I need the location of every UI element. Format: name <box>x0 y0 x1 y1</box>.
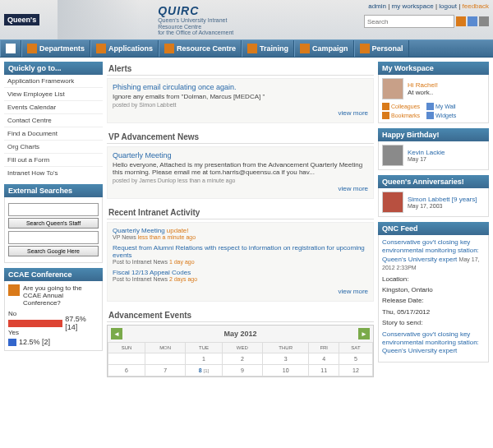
bookmarks-icon <box>382 112 389 119</box>
nav-campaign[interactable]: Campaign <box>294 40 354 57</box>
vpnews-box: Quarterly Meeting Hello everyone, Attach… <box>107 146 374 199</box>
home-icon <box>6 44 16 53</box>
anniversary-panel: Queen's Anniversaries! Simon Labbett [9 … <box>378 175 489 217</box>
alerts-view-more[interactable]: view more <box>113 108 368 118</box>
quick-links-panel: Quickly go to... Application Framework V… <box>4 62 103 179</box>
resource-icon <box>164 44 174 53</box>
anniversary-name[interactable]: Simon Labbett [9 years] <box>408 196 477 203</box>
nav-personal[interactable]: Personal <box>354 40 409 57</box>
alert-title[interactable]: Phishing email circulating once again. <box>113 83 368 91</box>
birthday-avatar[interactable] <box>382 145 403 166</box>
vpnews-title[interactable]: Quarterly Meeting <box>113 151 368 159</box>
main-nav: Departments Applications Resource Centre… <box>0 39 493 58</box>
bookmarks-link[interactable]: Bookmarks <box>382 112 420 119</box>
cal-cell[interactable]: 6 <box>108 365 145 376</box>
widgets-link[interactable]: Widgets <box>426 112 456 119</box>
google-search-input[interactable] <box>8 231 99 244</box>
vpnews-view-more[interactable]: view more <box>113 183 368 194</box>
header-bg-image <box>58 0 140 39</box>
cal-cell[interactable] <box>108 353 145 365</box>
ql-find-document[interactable]: Find a Document <box>4 127 103 141</box>
activity-link-2[interactable]: Request from Alumni Relations with respe… <box>113 244 368 259</box>
queens-logo[interactable]: Queen's <box>4 14 39 25</box>
calendar-grid: SUNMONTUEWEDTHURFRISAT 12345 678 [1]9101… <box>108 342 373 376</box>
cal-cell[interactable]: 9 <box>222 365 262 376</box>
alert-meta: posted by Simon Labbett <box>113 102 368 108</box>
activity-view-more[interactable]: view more <box>113 286 368 297</box>
ql-employee-list[interactable]: View Employee List <box>4 88 103 101</box>
poll-title: CCAE Conference <box>4 268 103 281</box>
site-title: QUIRC Queen's University Intranet Resour… <box>158 4 233 36</box>
ql-contact-centre[interactable]: Contact Centre <box>4 114 103 127</box>
poll-question: Are you going to the CCAE Annual Confere… <box>23 284 99 307</box>
cal-cell[interactable]: 3 <box>262 353 309 365</box>
ql-fill-form[interactable]: Fill out a Form <box>4 154 103 167</box>
activity-box: Quarterly Meeting update! VP News less t… <box>107 222 374 302</box>
birthday-name[interactable]: Kevin Lackie <box>408 149 445 156</box>
ql-org-charts[interactable]: Org Charts <box>4 141 103 154</box>
logout-link[interactable]: logout <box>439 2 457 10</box>
ql-events-calendar[interactable]: Events Calendar <box>4 101 103 114</box>
search-advanced-icon[interactable] <box>479 16 489 26</box>
anniversary-date: May 17, 2003 <box>408 203 477 209</box>
cal-cell[interactable]: 12 <box>339 365 372 376</box>
personal-icon <box>360 44 370 53</box>
qnc-link-2[interactable]: Conservative gov't closing key environme… <box>382 330 479 355</box>
user-avatar[interactable] <box>382 78 403 99</box>
admin-link[interactable]: admin <box>368 2 386 10</box>
cal-next[interactable]: ► <box>358 328 370 339</box>
cal-cell-today[interactable]: 8 [1] <box>186 365 223 376</box>
search-bar <box>364 15 489 28</box>
cal-prev[interactable]: ◄ <box>111 328 122 339</box>
greeting: Hi Rachel! <box>408 81 438 89</box>
search-people-icon[interactable] <box>468 16 477 26</box>
campaign-icon <box>300 44 310 53</box>
top-links: admin | my workspace | logout | feedback <box>368 2 489 10</box>
alerts-header: Alerts <box>107 62 374 76</box>
cal-cell[interactable]: 10 <box>262 365 309 376</box>
cal-cell[interactable]: 5 <box>339 353 372 365</box>
cal-cell[interactable]: 11 <box>309 365 339 376</box>
search-google-button[interactable]: Search Google Here <box>8 246 99 256</box>
ql-howtos[interactable]: Intranet How To's <box>4 167 103 179</box>
events-header: Advancement Events <box>107 308 374 322</box>
anniversary-avatar[interactable] <box>382 192 403 213</box>
activity-header: Recent Intranet Activity <box>107 206 374 219</box>
activity-link-1[interactable]: Quarterly Meeting <box>113 227 165 234</box>
poll-panel: CCAE Conference Are you going to the CCA… <box>4 268 103 351</box>
workspace-panel: My Workspace Hi Rachel! At work.. Collea… <box>378 62 489 123</box>
workspace-title: My Workspace <box>378 62 489 75</box>
colleagues-icon <box>382 103 389 110</box>
nav-training[interactable]: Training <box>242 40 294 57</box>
nav-home[interactable] <box>0 40 21 57</box>
search-icon[interactable] <box>456 16 466 26</box>
wall-icon <box>426 103 434 110</box>
nav-resource-centre[interactable]: Resource Centre <box>159 40 242 57</box>
search-queens-staff-button[interactable]: Search Queen's Staff <box>8 218 99 229</box>
activity-link-3[interactable]: Fiscal 12/13 Appeal Codes <box>113 269 368 276</box>
feedback-link[interactable]: feedback <box>463 2 489 10</box>
colleagues-link[interactable]: Colleagues <box>382 103 420 110</box>
cal-cell[interactable]: 7 <box>145 365 186 376</box>
cal-cell[interactable]: 2 <box>222 353 262 365</box>
birthday-date: May 17 <box>408 156 445 162</box>
header: Queen's QUIRC Queen's University Intrane… <box>0 0 493 39</box>
widgets-icon <box>426 112 434 119</box>
vpnews-meta: posted by James Dunlop less than a minut… <box>113 178 368 183</box>
external-search-title: External Searches <box>4 184 103 197</box>
cal-cell[interactable]: 4 <box>309 353 339 365</box>
search-input[interactable] <box>364 15 454 28</box>
nav-departments[interactable]: Departments <box>21 40 90 57</box>
user-status: At work.. <box>408 89 438 96</box>
queens-staff-input[interactable] <box>8 203 99 216</box>
qnc-panel: QNC Feed Conservative gov't closing key … <box>378 222 489 363</box>
alerts-box: Phishing email circulating once again. I… <box>107 78 374 123</box>
external-search-panel: External Searches Search Queen's Staff S… <box>4 184 103 263</box>
birthday-panel: Happy Birthday! Kevin LackieMay 17 <box>378 128 489 170</box>
nav-applications[interactable]: Applications <box>90 40 159 57</box>
cal-cell[interactable] <box>145 353 186 365</box>
my-wall-link[interactable]: My Wall <box>426 103 456 110</box>
ql-app-framework[interactable]: Application Framework <box>4 75 103 88</box>
cal-cell[interactable]: 1 <box>186 353 223 365</box>
my-workspace-link[interactable]: my workspace <box>392 2 434 10</box>
